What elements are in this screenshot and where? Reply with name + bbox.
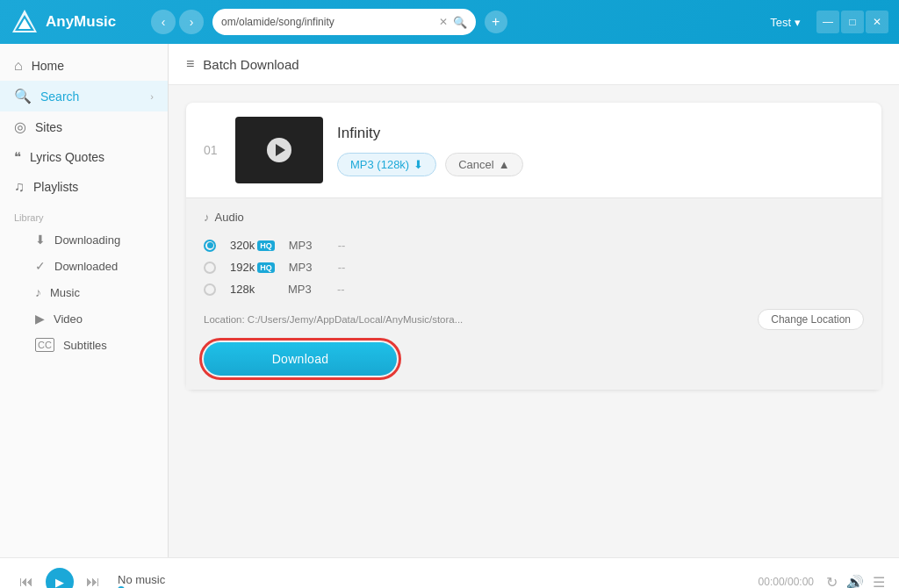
quality-value-192: 192k — [230, 261, 255, 274]
audio-music-icon: ♪ — [204, 211, 210, 224]
close-button[interactable]: ✕ — [866, 11, 888, 33]
hq-badge-320: HQ — [257, 240, 275, 251]
audio-option-128: 128k MP3 -- — [204, 278, 864, 300]
format-label: MP3 (128k) — [350, 158, 409, 171]
song-card: 01 Infinity MP3 (128k) ⬇ — [186, 103, 881, 390]
add-tab-button[interactable]: + — [485, 11, 507, 33]
format-download-icon: ⬇ — [414, 158, 423, 171]
quality-128k: 128k — [230, 283, 274, 296]
format-128k: MP3 — [288, 283, 323, 296]
music-icon: ♪ — [35, 285, 41, 299]
nav-buttons: ‹ › — [151, 10, 204, 34]
format-select-button[interactable]: MP3 (128k) ⬇ — [337, 153, 436, 176]
repeat-button[interactable]: ↻ — [826, 574, 838, 589]
user-label: Test — [770, 16, 791, 29]
format-buttons: MP3 (128k) ⬇ Cancel ▲ — [337, 153, 864, 176]
logo-icon — [11, 8, 39, 36]
sidebar-item-lyrics[interactable]: ❝ Lyrics Quotes — [0, 142, 168, 172]
thumbnail-play-button[interactable] — [267, 138, 291, 162]
queue-button[interactable]: ☰ — [873, 574, 885, 589]
quality-value-128: 128k — [230, 283, 255, 296]
radio-dot-320k — [207, 242, 213, 248]
sidebar-label-downloading: Downloading — [54, 233, 120, 247]
player-bar: ⏮ ▶ ⏭ No music 00:00/00:00 ↻ 🔊 ☰ — [0, 557, 899, 588]
sidebar-item-playlists[interactable]: ♫ Playlists — [0, 172, 168, 202]
sidebar-item-downloaded[interactable]: ✓ Downloaded — [0, 253, 168, 279]
title-bar: AnyMusic ‹ › om/olamide/song/infinity ✕ … — [0, 0, 899, 44]
content-area: ≡ Batch Download 01 Infinity — [169, 44, 899, 557]
sidebar: ⌂ Home 🔍 Search › ◎ Sites ❝ Lyrics Quote… — [0, 44, 169, 557]
sidebar-item-home[interactable]: ⌂ Home — [0, 51, 168, 81]
sites-icon: ◎ — [14, 118, 26, 135]
back-button[interactable]: ‹ — [151, 10, 176, 34]
sidebar-label-lyrics: Lyrics Quotes — [30, 150, 104, 164]
player-right: ↻ 🔊 ☰ — [826, 574, 885, 589]
downloaded-icon: ✓ — [35, 259, 46, 273]
content-body: 01 Infinity MP3 (128k) ⬇ — [169, 85, 899, 557]
player-track-name: No music — [118, 573, 746, 586]
play-triangle-icon — [276, 144, 285, 156]
change-location-button[interactable]: Change Location — [758, 309, 864, 330]
sidebar-label-playlists: Playlists — [33, 180, 78, 194]
volume-button[interactable]: 🔊 — [846, 574, 864, 589]
minimize-button[interactable]: — — [816, 11, 839, 33]
format-192k: MP3 — [289, 261, 324, 274]
user-chevron-icon: ▾ — [795, 16, 801, 29]
download-button[interactable]: Download — [204, 342, 397, 376]
search-icon: 🔍 — [14, 88, 32, 104]
audio-header: ♪ Audio — [204, 211, 864, 224]
audio-section-label: Audio — [215, 211, 244, 224]
address-bar[interactable]: om/olamide/song/infinity ✕ 🔍 — [212, 9, 476, 35]
radio-192k[interactable] — [204, 262, 216, 274]
sidebar-label-music: Music — [50, 286, 80, 299]
player-controls: ⏮ ▶ ⏭ — [14, 568, 105, 588]
sidebar-label-downloaded: Downloaded — [54, 260, 118, 273]
song-thumbnail — [235, 117, 323, 183]
batch-icon: ≡ — [186, 56, 194, 72]
radio-128k[interactable] — [204, 283, 216, 296]
search-chevron-icon: › — [150, 91, 154, 102]
subtitles-icon: CC — [35, 338, 54, 352]
downloading-icon: ⬇ — [35, 233, 46, 247]
sidebar-item-search[interactable]: 🔍 Search › — [0, 81, 168, 111]
forward-button[interactable]: › — [179, 10, 204, 34]
cancel-button[interactable]: Cancel ▲ — [445, 153, 522, 176]
location-row: Location: C:/Users/Jemy/AppData/Local/An… — [204, 309, 864, 330]
playlists-icon: ♫ — [14, 179, 25, 195]
play-button[interactable]: ▶ — [46, 568, 74, 588]
sidebar-item-downloading[interactable]: ⬇ Downloading — [0, 226, 168, 253]
player-time: 00:00/00:00 — [759, 576, 814, 588]
hq-badge-192: HQ — [257, 262, 275, 273]
radio-320k[interactable] — [204, 240, 216, 252]
sidebar-label-search: Search — [40, 90, 79, 104]
batch-title: Batch Download — [203, 57, 298, 72]
address-clear[interactable]: ✕ — [439, 16, 448, 28]
maximize-button[interactable]: □ — [841, 11, 864, 33]
audio-option-320: 320kHQ MP3 -- — [204, 234, 864, 256]
user-menu[interactable]: Test ▾ — [770, 16, 801, 29]
sidebar-item-sites[interactable]: ◎ Sites — [0, 111, 168, 142]
song-card-top: 01 Infinity MP3 (128k) ⬇ — [186, 103, 881, 197]
address-search-icon: 🔍 — [453, 16, 467, 29]
sidebar-item-video[interactable]: ▶ Video — [0, 305, 168, 332]
dash-192k: -- — [338, 261, 346, 274]
next-button[interactable]: ⏭ — [81, 570, 105, 588]
sidebar-item-music[interactable]: ♪ Music — [0, 279, 168, 305]
quality-value-320: 320k — [230, 239, 255, 252]
dash-320k: -- — [338, 239, 346, 252]
video-icon: ▶ — [35, 312, 45, 326]
download-button-wrap: Download — [204, 342, 397, 376]
location-text: Location: C:/Users/Jemy/AppData/Local/An… — [204, 314, 749, 325]
library-section-label: Library — [0, 202, 168, 226]
quality-320k: 320kHQ — [230, 239, 275, 252]
song-title: Infinity — [337, 125, 864, 142]
prev-button[interactable]: ⏮ — [14, 570, 39, 588]
sidebar-item-subtitles[interactable]: CC Subtitles — [0, 332, 168, 358]
sidebar-label-subtitles: Subtitles — [63, 339, 107, 352]
quality-192k: 192kHQ — [230, 261, 275, 274]
audio-panel: ♪ Audio 320kHQ MP3 -- — [186, 197, 881, 390]
sidebar-label-home: Home — [32, 59, 64, 73]
home-icon: ⌂ — [14, 58, 23, 74]
player-track: No music — [118, 573, 746, 589]
sidebar-label-video: Video — [54, 312, 83, 326]
